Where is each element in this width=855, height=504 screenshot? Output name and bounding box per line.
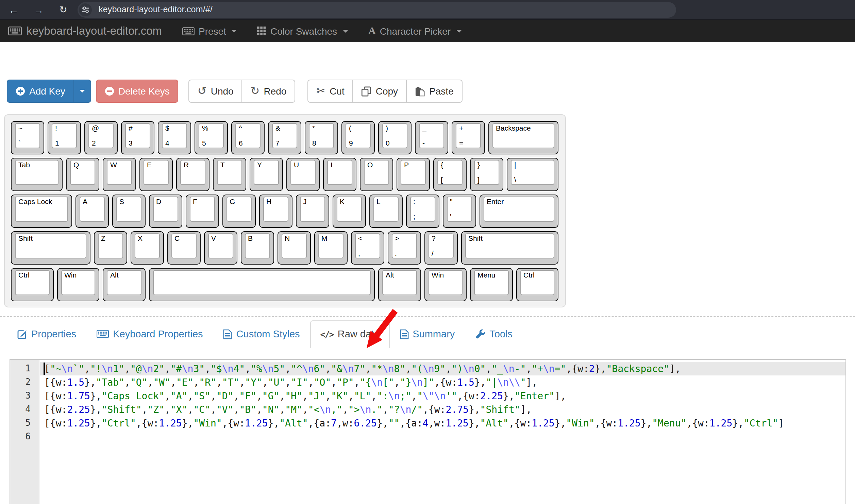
keyboard-key[interactable]	[149, 268, 375, 301]
keyboard-key[interactable]: @2	[84, 121, 118, 154]
cut-button[interactable]: ✂ Cut	[307, 80, 353, 103]
delete-keys-button[interactable]: Delete Keys	[96, 80, 179, 103]
keyboard-key[interactable]: "'	[442, 195, 476, 228]
keyboard-key[interactable]: ~`	[11, 121, 44, 154]
keyboard-key[interactable]: D	[149, 195, 182, 228]
keyboard-key[interactable]: Shift	[461, 231, 558, 265]
keycap-face: O	[364, 160, 389, 185]
keycap-face: P	[401, 160, 426, 185]
keyboard-key[interactable]: I	[323, 158, 356, 191]
keyboard-key[interactable]: $4	[158, 121, 191, 154]
keyboard-key[interactable]: Ctrl	[11, 268, 53, 301]
key-legend-top: Z	[101, 234, 105, 243]
url-text[interactable]: keyboard-layout-editor.com/#/	[99, 5, 213, 14]
keyboard-key[interactable]: )0	[378, 121, 412, 154]
keyboard-key[interactable]: P	[397, 158, 430, 191]
undo-button[interactable]: ↺ Undo	[189, 80, 242, 103]
key-legend-top: &	[275, 124, 280, 133]
browser-reload-icon[interactable]: ↻	[58, 5, 69, 14]
key-legend-top: S	[119, 197, 124, 206]
keyboard-key[interactable]: {[	[433, 158, 467, 191]
keyboard-key[interactable]: Caps Lock	[11, 195, 72, 228]
keyboard-key[interactable]: >.	[387, 231, 421, 265]
keyboard-key[interactable]: (9	[341, 121, 375, 154]
address-bar[interactable]: keyboard-layout-editor.com/#/	[78, 2, 676, 17]
keyboard-key[interactable]: !1	[48, 121, 81, 154]
key-legend-top: <	[358, 234, 362, 243]
keyboard-key[interactable]: M	[314, 231, 347, 265]
site-settings-icon[interactable]	[79, 3, 92, 16]
menu-color-swatches[interactable]: Color Swatches	[257, 26, 348, 36]
keyboard-key[interactable]: :;	[406, 195, 439, 228]
keyboard-key[interactable]: A	[75, 195, 108, 228]
keyboard-key[interactable]: }]	[470, 158, 503, 191]
keyboard-key[interactable]: Y	[250, 158, 283, 191]
keyboard-key[interactable]: %5	[195, 121, 228, 154]
keyboard-key[interactable]: +=	[452, 121, 485, 154]
keyboard-key[interactable]: Ctrl	[516, 268, 558, 301]
keycap-face: J	[300, 197, 325, 222]
scissors-icon: ✂	[316, 86, 325, 97]
keyboard-key[interactable]: T	[213, 158, 246, 191]
keyboard-key[interactable]: Win	[57, 268, 99, 301]
copy-button[interactable]: Copy	[353, 80, 407, 103]
keyboard-key[interactable]: &7	[268, 121, 301, 154]
keyboard-key[interactable]: J	[296, 195, 329, 228]
keyboard-key[interactable]: C	[167, 231, 200, 265]
keyboard-key[interactable]: U	[286, 158, 320, 191]
tab-summary[interactable]: Summary	[389, 320, 465, 348]
tab-tools[interactable]: Tools	[465, 320, 523, 348]
tab-custom-styles[interactable]: Custom Styles	[213, 320, 310, 348]
copy-icon	[362, 86, 372, 96]
browser-forward-icon[interactable]: →	[33, 4, 44, 15]
keyboard-key[interactable]: O	[360, 158, 393, 191]
keyboard-key[interactable]: V	[204, 231, 237, 265]
tab-properties[interactable]: Properties	[7, 320, 86, 348]
keyboard-key[interactable]: ^6	[231, 121, 265, 154]
keyboard-key[interactable]: _-	[415, 121, 448, 154]
keyboard-key[interactable]: G	[222, 195, 255, 228]
menu-preset[interactable]: Preset	[182, 26, 237, 36]
keyboard-key[interactable]: N	[277, 231, 311, 265]
keyboard-key[interactable]: F	[185, 195, 219, 228]
keyboard-key[interactable]: Shift	[11, 231, 90, 265]
keyboard-key[interactable]: Menu	[470, 268, 513, 301]
paste-label: Paste	[429, 86, 454, 97]
keyboard-key[interactable]: |\	[507, 158, 558, 191]
key-legend-top: ^	[239, 124, 242, 133]
tab-raw-data[interactable]: </> Raw data	[310, 320, 390, 348]
key-legend-bottom: .	[395, 249, 397, 258]
redo-button[interactable]: ↻ Redo	[242, 80, 296, 103]
keyboard-key[interactable]: ?/	[424, 231, 457, 265]
keyboard-key[interactable]: Win	[424, 268, 467, 301]
site-brand[interactable]: keyboard-layout-editor.com	[8, 24, 162, 37]
keyboard-key[interactable]: Enter	[479, 195, 558, 228]
keyboard-key[interactable]: *8	[305, 121, 338, 154]
keyboard-key[interactable]: W	[103, 158, 136, 191]
keyboard-key[interactable]: #3	[121, 121, 154, 154]
keyboard-key[interactable]: Q	[66, 158, 99, 191]
keyboard-key[interactable]: Backspace	[488, 121, 558, 154]
keyboard-key[interactable]: B	[240, 231, 274, 265]
browser-back-icon[interactable]: ←	[8, 4, 19, 15]
keyboard-key[interactable]: Alt	[103, 268, 145, 301]
keyboard-key[interactable]: H	[259, 195, 292, 228]
key-legend-bottom: 7	[275, 139, 280, 148]
keyboard-key[interactable]: E	[139, 158, 173, 191]
keyboard-key[interactable]: Tab	[11, 158, 63, 191]
keyboard-key[interactable]: L	[369, 195, 402, 228]
key-legend-top: )	[386, 124, 388, 133]
add-key-dropdown-button[interactable]	[73, 80, 91, 103]
keyboard-key[interactable]: Z	[94, 231, 127, 265]
menu-character-picker[interactable]: A Character Picker	[368, 25, 462, 37]
keyboard-key[interactable]: K	[332, 195, 366, 228]
raw-data-editor[interactable]: 123456 ["~\n`","!\n1","@\n2","#\n3","$\n…	[10, 359, 846, 504]
keyboard-key[interactable]: R	[176, 158, 209, 191]
keyboard-key[interactable]: S	[112, 195, 145, 228]
add-key-button[interactable]: Add Key	[7, 80, 74, 103]
keyboard-key[interactable]: Alt	[378, 268, 421, 301]
keyboard-key[interactable]: X	[130, 231, 164, 265]
paste-button[interactable]: Paste	[406, 80, 463, 103]
tab-keyboard-properties[interactable]: Keyboard Properties	[86, 320, 213, 348]
keyboard-key[interactable]: <,	[351, 231, 384, 265]
